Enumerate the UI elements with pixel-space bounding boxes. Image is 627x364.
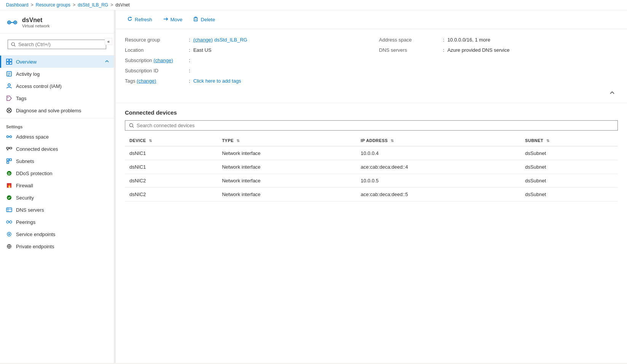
- svg-point-21: [10, 136, 12, 138]
- ddos-icon: D: [6, 170, 12, 176]
- breadcrumb-sep-2: >: [73, 2, 75, 8]
- overview-subscription-row: Subscription (change) :: [125, 56, 372, 65]
- overview-subscription-id-row: Subscription ID :: [125, 66, 372, 75]
- svg-point-16: [8, 97, 8, 98]
- sidebar-item-tags[interactable]: Tags: [0, 92, 114, 104]
- sidebar-item-address-space[interactable]: Address space: [0, 131, 114, 143]
- devices-search-input[interactable]: [137, 123, 614, 128]
- cell-ip_address: 10.0.0.5: [356, 174, 521, 188]
- resource-group-change-link[interactable]: (change): [193, 37, 213, 43]
- diagnose-icon: [6, 107, 12, 113]
- resource-name: dsVnet: [22, 17, 50, 24]
- sidebar-item-private-endpoints[interactable]: Private endpoints: [0, 240, 114, 252]
- sidebar-item-ddos[interactable]: D DDoS protection: [0, 167, 114, 179]
- subscription-label: Subscription (change): [125, 57, 186, 63]
- sidebar-item-activity-log[interactable]: Activity log: [0, 68, 114, 80]
- move-icon: [163, 16, 168, 23]
- delete-button[interactable]: Delete: [188, 14, 220, 25]
- cell-ip_address: 10.0.0.4: [356, 146, 521, 160]
- overview-icon: [6, 59, 12, 65]
- breadcrumb-dashboard[interactable]: Dashboard: [6, 2, 29, 8]
- tags-change-link[interactable]: (change): [137, 78, 156, 84]
- connected-devices-table: DEVICE ⇅ TYPE ⇅ IP ADDRESS ⇅: [125, 135, 618, 201]
- move-button[interactable]: Move: [158, 14, 188, 25]
- sidebar-item-dns-label: DNS servers: [16, 207, 44, 213]
- cell-type: Network interface: [217, 174, 356, 188]
- cell-device: dsNIC2: [125, 188, 217, 201]
- sidebar-item-connected-devices[interactable]: Connected devices: [0, 143, 114, 155]
- nav-divider-1: [0, 118, 114, 118]
- svg-rect-23: [6, 147, 9, 149]
- breadcrumb-rg-name[interactable]: dsStd_ILB_RG: [78, 2, 108, 8]
- dns-icon: [6, 207, 12, 213]
- sidebar-item-address-space-label: Address space: [16, 134, 49, 140]
- address-space-value: 10.0.0.0/16, 1 more: [447, 37, 490, 43]
- location-value: East US: [193, 47, 212, 53]
- overview-tags-row: Tags (change) : Click here to add tags: [125, 77, 372, 85]
- sidebar-item-overview[interactable]: Overview: [0, 56, 114, 68]
- svg-rect-28: [7, 159, 9, 161]
- sidebar-item-subnets[interactable]: Subnets: [0, 155, 114, 167]
- collapse-overview-button[interactable]: [606, 88, 618, 97]
- sidebar-item-tags-label: Tags: [16, 96, 26, 101]
- col-ip[interactable]: IP ADDRESS ⇅: [356, 135, 521, 146]
- sidebar-item-security[interactable]: Security: [0, 192, 114, 204]
- sidebar-item-overview-label: Overview: [16, 59, 37, 65]
- overview-right-col: Address space : 10.0.0.0/16, 1 more DNS …: [372, 35, 618, 85]
- devices-search-box[interactable]: [125, 120, 618, 131]
- breadcrumb-resource-groups[interactable]: Resource groups: [36, 2, 70, 8]
- delete-icon: [193, 16, 198, 23]
- svg-rect-7: [6, 59, 9, 61]
- svg-line-55: [132, 126, 134, 128]
- svg-point-4: [14, 22, 16, 23]
- location-label: Location: [125, 47, 186, 53]
- tags-add-link[interactable]: Click here to add tags: [193, 78, 241, 84]
- refresh-label: Refresh: [135, 17, 152, 22]
- collapse-sidebar-button[interactable]: «: [105, 38, 112, 45]
- sidebar: dsVnet Virtual network «: [0, 10, 114, 363]
- col-device[interactable]: DEVICE ⇅: [125, 135, 217, 146]
- dns-servers-label: DNS servers: [379, 47, 440, 53]
- sidebar-item-diagnose-label: Diagnose and solve problems: [16, 108, 81, 113]
- sidebar-item-service-endpoints[interactable]: Service endpoints: [0, 228, 114, 240]
- overview-resource-group-row: Resource group : (change) dsStd_ILB_RG: [125, 35, 372, 44]
- resource-group-value-link[interactable]: dsStd_ILB_RG: [214, 37, 247, 43]
- sidebar-item-firewall[interactable]: 🔥 Firewall: [0, 179, 114, 192]
- sidebar-item-security-label: Security: [16, 195, 34, 201]
- svg-point-40: [10, 221, 12, 223]
- private-endpoints-icon: [6, 243, 12, 249]
- sidebar-item-peerings[interactable]: Peerings: [0, 216, 114, 228]
- connected-devices-title: Connected devices: [125, 109, 618, 116]
- col-type[interactable]: TYPE ⇅: [217, 135, 356, 146]
- subscription-change-link[interactable]: (change): [153, 57, 173, 63]
- devices-table-body: dsNIC1Network interface10.0.0.4dsSubnetd…: [125, 146, 618, 201]
- sidebar-item-diagnose[interactable]: Diagnose and solve problems: [0, 104, 114, 117]
- sidebar-nav: Overview Activity log: [0, 56, 114, 252]
- sidebar-item-iam-label: Access control (IAM): [16, 83, 62, 89]
- sidebar-item-ddos-label: DDoS protection: [16, 171, 52, 176]
- sidebar-item-dns[interactable]: DNS servers: [0, 204, 114, 216]
- breadcrumb-sep-3: >: [110, 2, 113, 8]
- overview-address-space-row: Address space : 10.0.0.0/16, 1 more: [379, 35, 618, 44]
- table-row: dsNIC1Network interfaceace:cab:deca:deed…: [125, 160, 618, 174]
- sidebar-search-box[interactable]: [8, 40, 106, 49]
- table-row: dsNIC2Network interfaceace:cab:deca:deed…: [125, 188, 618, 201]
- sidebar-item-service-endpoints-label: Service endpoints: [16, 231, 55, 237]
- search-input[interactable]: [18, 42, 103, 47]
- cell-type: Network interface: [217, 146, 356, 160]
- resource-group-value: (change) dsStd_ILB_RG: [193, 37, 247, 43]
- overview-location-row: Location : East US: [125, 46, 372, 54]
- sidebar-search-wrapper: «: [0, 34, 114, 56]
- peerings-icon: [6, 219, 12, 225]
- search-icon: [11, 42, 16, 47]
- col-subnet[interactable]: SUBNET ⇅: [520, 135, 618, 146]
- svg-rect-9: [6, 62, 9, 64]
- svg-point-54: [129, 123, 133, 127]
- refresh-button[interactable]: Refresh: [122, 14, 158, 25]
- svg-text:🔥: 🔥: [7, 184, 12, 188]
- sort-type-icon: ⇅: [236, 139, 239, 143]
- breadcrumb-current: dsVnet: [115, 2, 129, 8]
- sort-device-icon: ⇅: [149, 139, 152, 143]
- sidebar-item-iam[interactable]: Access control (IAM): [0, 80, 114, 92]
- service-endpoints-icon: [6, 231, 12, 237]
